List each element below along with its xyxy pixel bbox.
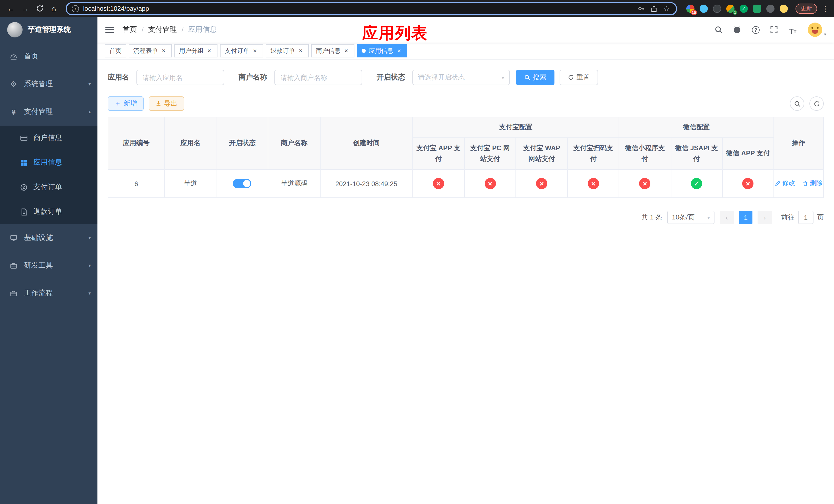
- tab-refund-order[interactable]: 退款订单 ×: [266, 44, 309, 58]
- page-number-1[interactable]: 1: [739, 211, 752, 224]
- sidebar-item-merchant-info[interactable]: 商户信息: [0, 125, 97, 150]
- pagination: 共 1 条 10条/页 ▾ ‹ 1 › 前往 页: [108, 211, 824, 224]
- back-icon[interactable]: ←: [4, 2, 18, 15]
- status-no-icon: ×: [484, 178, 496, 189]
- close-icon[interactable]: ×: [297, 47, 304, 54]
- chevron-down-icon: ▾: [502, 75, 504, 80]
- col-wechat-jsapi: 微信 JSAPI 支付: [671, 138, 722, 169]
- tab-user-group[interactable]: 用户分组 ×: [174, 44, 218, 58]
- sidebar-item-dev-tools[interactable]: 研发工具 ▾: [0, 252, 97, 279]
- col-wechat-app: 微信 APP 支付: [722, 138, 773, 169]
- github-icon[interactable]: [732, 25, 743, 35]
- sidebar-item-pay-order[interactable]: 支付订单: [0, 175, 97, 200]
- close-icon[interactable]: ×: [206, 47, 213, 54]
- tab-home[interactable]: 首页: [105, 44, 126, 58]
- refresh-button[interactable]: [809, 96, 824, 111]
- app-logo-row[interactable]: 芋道管理系统: [0, 17, 97, 43]
- forward-icon[interactable]: →: [19, 2, 32, 15]
- sidebar-menu: 首页 ⚙ 系统管理 ▾ ¥ 支付管理 ▴: [0, 43, 97, 504]
- next-page-button[interactable]: ›: [758, 211, 772, 224]
- fullscreen-icon[interactable]: [769, 25, 780, 35]
- chevron-down-icon: ▾: [88, 263, 91, 268]
- breadcrumb-payment[interactable]: 支付管理: [148, 25, 177, 35]
- bookmark-star-icon[interactable]: ☆: [662, 4, 671, 13]
- sidebar-item-workflow[interactable]: 工作流程 ▾: [0, 279, 97, 307]
- browser-update-button[interactable]: 更新: [795, 3, 817, 14]
- delete-link[interactable]: 删除: [802, 179, 822, 188]
- status-no-icon: ×: [742, 178, 753, 189]
- page-annotation-title: 应用列表: [362, 23, 428, 44]
- cell-app-name: 芋道: [164, 169, 216, 198]
- home-icon[interactable]: ⌂: [47, 2, 61, 15]
- extension-drop-icon[interactable]: [700, 4, 708, 13]
- app-name-input[interactable]: [136, 70, 224, 85]
- extension-grid-icon[interactable]: 10: [686, 4, 695, 13]
- infrastructure-icon: [9, 234, 18, 242]
- add-button[interactable]: ＋ 新增: [108, 96, 144, 111]
- reset-button[interactable]: 重置: [559, 70, 598, 85]
- tab-pay-order[interactable]: 支付订单 ×: [220, 44, 263, 58]
- sidebar-item-home[interactable]: 首页: [0, 43, 97, 70]
- close-icon[interactable]: ×: [343, 47, 350, 54]
- status-no-icon: ×: [588, 178, 599, 189]
- hamburger-icon[interactable]: [105, 26, 114, 33]
- password-key-icon[interactable]: [637, 4, 645, 13]
- address-bar[interactable]: i localhost:1024/pay/app ☆: [66, 2, 677, 15]
- sidebar-item-system[interactable]: ⚙ 系统管理 ▾: [0, 70, 97, 98]
- extension-check-icon[interactable]: ✓: [740, 4, 748, 13]
- enabled-switch[interactable]: [233, 179, 251, 188]
- help-icon[interactable]: ?: [751, 25, 761, 35]
- user-avatar[interactable]: ▾: [808, 23, 826, 37]
- page-size-select[interactable]: 10条/页 ▾: [667, 211, 715, 224]
- cell-app-id: 6: [108, 169, 164, 198]
- app-logo: [7, 22, 23, 38]
- close-icon[interactable]: ×: [395, 47, 403, 54]
- font-size-icon[interactable]: TT: [788, 25, 798, 35]
- chevron-down-icon: ▾: [707, 214, 710, 220]
- tab-app-info[interactable]: 应用信息 ×: [357, 44, 407, 58]
- tab-merchant-info[interactable]: 商户信息 ×: [311, 44, 354, 58]
- extension-emoji-icon[interactable]: [780, 4, 788, 13]
- reload-icon[interactable]: [33, 2, 46, 15]
- close-icon[interactable]: ×: [251, 47, 259, 54]
- app-title: 芋道管理系统: [28, 25, 71, 35]
- search-icon[interactable]: [714, 25, 724, 35]
- goto-suffix: 页: [817, 213, 824, 222]
- goto-page-input[interactable]: [798, 211, 813, 224]
- status-select[interactable]: 请选择开启状态 ▾: [412, 70, 510, 85]
- prev-page-button[interactable]: ‹: [720, 211, 734, 224]
- close-icon[interactable]: ×: [160, 47, 167, 54]
- group-alipay-config: 支付宝配置: [413, 117, 619, 138]
- breadcrumb-home[interactable]: 首页: [123, 25, 137, 35]
- sidebar-item-refund-order[interactable]: 退款订单: [0, 200, 97, 224]
- extension-avatar-icon[interactable]: 1: [726, 4, 734, 13]
- share-icon[interactable]: [649, 4, 658, 13]
- sidebar-item-infra[interactable]: 基础设施 ▾: [0, 224, 97, 252]
- status-no-icon: ×: [639, 178, 651, 189]
- merchant-name-input[interactable]: [275, 70, 362, 85]
- avatar: [808, 23, 822, 37]
- chevron-down-icon: ▾: [824, 32, 826, 37]
- tab-process-form[interactable]: 流程表单 ×: [129, 44, 172, 58]
- sidebar-item-label: 基础设施: [24, 233, 53, 243]
- toggle-search-button[interactable]: [790, 96, 804, 111]
- breadcrumb: 首页 / 支付管理 / 应用信息: [123, 25, 217, 35]
- extension-pin-icon[interactable]: [766, 4, 774, 13]
- sidebar-item-label: 应用信息: [33, 158, 62, 167]
- sidebar-item-payment[interactable]: ¥ 支付管理 ▴: [0, 98, 97, 125]
- sidebar: 芋道管理系统 首页 ⚙ 系统管理 ▾ ¥ 支付管理 ▴: [0, 17, 97, 504]
- export-button[interactable]: 导出: [149, 96, 184, 111]
- site-info-icon[interactable]: i: [72, 5, 79, 12]
- extension-globe-icon[interactable]: [713, 4, 721, 13]
- status-no-icon: ×: [433, 178, 444, 189]
- payment-submenu: 商户信息 应用信息 支付订单: [0, 125, 97, 224]
- sidebar-item-label: 退款订单: [33, 207, 62, 216]
- extension-square-icon[interactable]: [753, 4, 761, 13]
- cell-merchant: 芋道源码: [268, 169, 320, 198]
- sidebar-item-label: 系统管理: [24, 79, 53, 89]
- browser-menu-icon[interactable]: ⋮: [821, 4, 830, 13]
- search-button[interactable]: 搜索: [516, 70, 554, 85]
- status-label: 开启状态: [376, 73, 405, 82]
- sidebar-item-app-info[interactable]: 应用信息: [0, 150, 97, 175]
- edit-link[interactable]: 修改: [774, 179, 795, 188]
